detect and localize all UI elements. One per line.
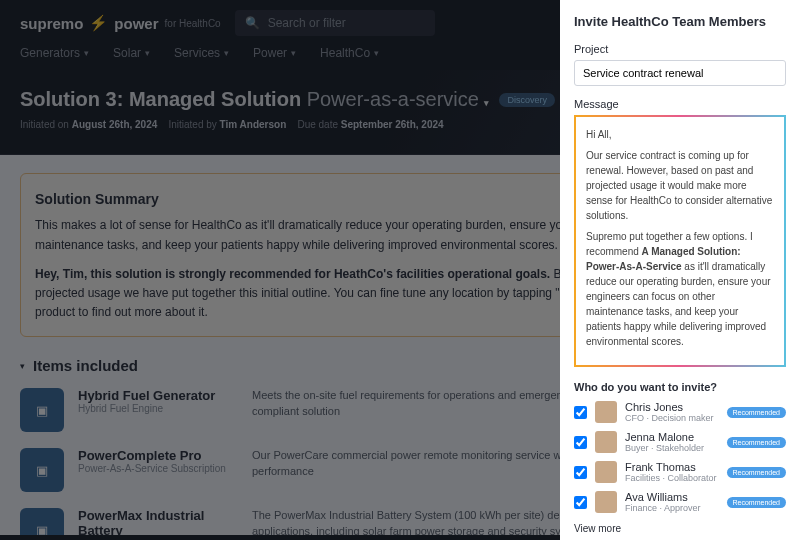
person-name: Frank Thomas — [625, 461, 719, 473]
project-label: Project — [574, 43, 786, 55]
person-checkbox[interactable] — [574, 406, 587, 419]
avatar — [595, 461, 617, 483]
person-name: Ava Williams — [625, 491, 719, 503]
recommended-pill: Recommended — [727, 437, 786, 448]
recommended-pill: Recommended — [727, 467, 786, 478]
person-role: Finance · Approver — [625, 503, 719, 513]
person-name: Chris Jones — [625, 401, 719, 413]
recommended-pill: Recommended — [727, 407, 786, 418]
avatar — [595, 401, 617, 423]
invite-person-row: Chris JonesCFO · Decision makerRecommend… — [574, 401, 786, 423]
invite-person-row: Frank ThomasFacilities · CollaboratorRec… — [574, 461, 786, 483]
person-role: Facilities · Collaborator — [625, 473, 719, 483]
person-checkbox[interactable] — [574, 466, 587, 479]
invite-question: Who do you want to invite? — [574, 381, 786, 393]
panel-title: Invite HealthCo Team Members — [574, 14, 786, 29]
person-role: Buyer · Stakeholder — [625, 443, 719, 453]
project-input[interactable] — [574, 60, 786, 86]
invite-person-row: Ava WilliamsFinance · ApproverRecommende… — [574, 491, 786, 513]
recommended-pill: Recommended — [727, 497, 786, 508]
person-name: Jenna Malone — [625, 431, 719, 443]
person-checkbox[interactable] — [574, 496, 587, 509]
avatar — [595, 431, 617, 453]
invite-panel: Invite HealthCo Team Members Project Mes… — [560, 0, 800, 540]
person-role: CFO · Decision maker — [625, 413, 719, 423]
panel-actions: Cancel Invite — [574, 534, 786, 540]
avatar — [595, 491, 617, 513]
message-label: Message — [574, 98, 786, 110]
invite-person-row: Jenna MaloneBuyer · StakeholderRecommend… — [574, 431, 786, 453]
view-more-link[interactable]: View more — [574, 523, 786, 534]
message-box[interactable]: Hi All, Our service contract is coming u… — [574, 115, 786, 367]
person-checkbox[interactable] — [574, 436, 587, 449]
